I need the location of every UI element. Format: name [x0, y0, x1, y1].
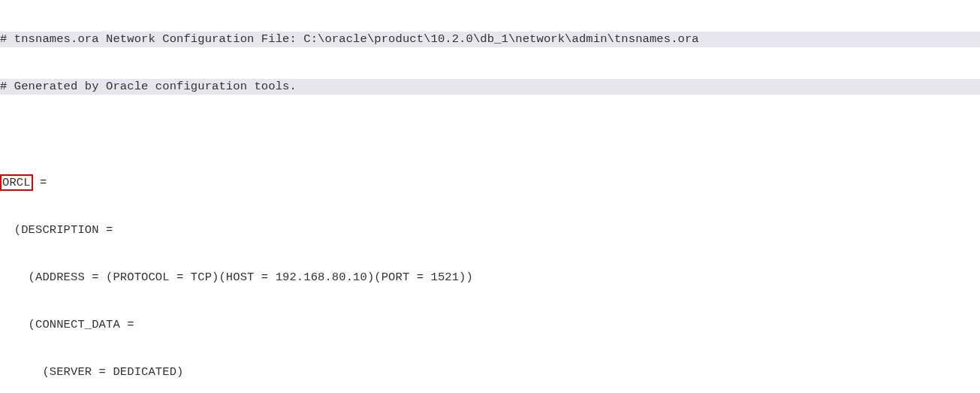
- code-line: (DESCRIPTION =: [0, 222, 980, 238]
- entry-rest: =: [33, 176, 47, 189]
- comment-line: # tnsnames.ora Network Configuration Fil…: [0, 32, 980, 47]
- code-line: (CONNECT_DATA =: [0, 317, 980, 333]
- tns-entry-header: ORCL =: [0, 174, 980, 191]
- blank-line: [0, 126, 980, 142]
- highlight-box: ORCL: [0, 174, 33, 191]
- code-editor: # tnsnames.ora Network Configuration Fil…: [0, 0, 980, 393]
- code-line: (SERVER = DEDICATED): [0, 364, 980, 380]
- code-line: (ADDRESS = (PROTOCOL = TCP)(HOST = 192.1…: [0, 270, 980, 286]
- comment-line: # Generated by Oracle configuration tool…: [0, 79, 980, 95]
